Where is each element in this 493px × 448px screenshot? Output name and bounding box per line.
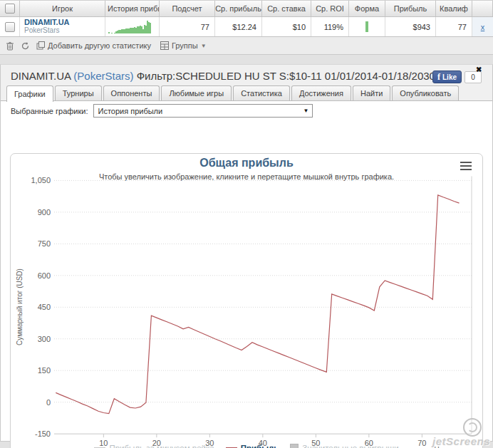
table-toolbar: Добавить другую статистику Группы ▼ bbox=[0, 37, 493, 55]
dropdown-arrow-icon: ▼ bbox=[303, 108, 309, 114]
form-cell bbox=[349, 17, 385, 36]
col-avg-roi[interactable]: Ср. ROI bbox=[311, 1, 349, 16]
svg-text:750: 750 bbox=[38, 239, 51, 248]
watermark: jetScreens bbox=[432, 435, 490, 447]
form-bar-icon bbox=[365, 21, 368, 32]
tab-publish[interactable]: Опубликовать bbox=[392, 85, 459, 100]
tab-tournaments[interactable]: Турниры bbox=[55, 85, 102, 100]
avg-profit-cell: $12.24 bbox=[215, 17, 262, 36]
trash-icon bbox=[6, 41, 14, 51]
row-checkbox[interactable] bbox=[5, 22, 15, 32]
legend-item-net-profit[interactable]: Прибыль за минусом рейка bbox=[94, 444, 214, 448]
tab-opponents[interactable]: Оппоненты bbox=[103, 85, 160, 100]
selected-charts-row: Выбранные графики: История прибыли ▼ bbox=[11, 104, 313, 118]
svg-text:450: 450 bbox=[38, 303, 51, 311]
count-cell: 77 bbox=[160, 17, 215, 36]
col-form[interactable]: Форма bbox=[349, 1, 385, 16]
qualified-cell: 77 bbox=[436, 17, 472, 36]
chart-plot[interactable]: -15001503004506007509001,050102030405060… bbox=[11, 154, 482, 448]
chart-select-dropdown[interactable]: История прибыли ▼ bbox=[93, 104, 313, 118]
groups-icon bbox=[160, 41, 169, 50]
chart-container: Общая прибыль Чтобы увеличить изображени… bbox=[10, 153, 483, 448]
svg-text:0: 0 bbox=[46, 398, 51, 407]
chevron-down-icon: ▼ bbox=[201, 43, 207, 49]
profit-history-cell[interactable] bbox=[105, 17, 160, 36]
tab-statistics[interactable]: Статистика bbox=[233, 85, 290, 100]
svg-text:300: 300 bbox=[38, 335, 51, 343]
select-all-cell bbox=[0, 1, 20, 16]
facebook-like-button[interactable]: f Like bbox=[432, 71, 462, 83]
svg-text:1,050: 1,050 bbox=[31, 176, 51, 184]
refresh-icon bbox=[21, 41, 30, 51]
remove-stat-link[interactable]: x bbox=[481, 23, 485, 31]
col-count[interactable]: Подсчет bbox=[160, 1, 215, 16]
col-history[interactable]: История прибыли bbox=[105, 1, 160, 16]
add-statistic-button[interactable]: Добавить другую статистику bbox=[36, 41, 151, 50]
avg-stake-cell: $10 bbox=[262, 17, 311, 36]
profit-line bbox=[56, 195, 459, 414]
tab-charts[interactable]: Графики bbox=[6, 85, 53, 102]
svg-text:Суммарный итог (USD): Суммарный итог (USD) bbox=[16, 269, 24, 345]
col-qualified[interactable]: Квалиф bbox=[436, 1, 472, 16]
player-panel: DINAMIT.UA (PokerStars) Фильтр:SCHEDULED… bbox=[0, 64, 493, 442]
svg-text:-150: -150 bbox=[35, 429, 51, 438]
refresh-button[interactable] bbox=[21, 41, 30, 51]
tab-favorite-games[interactable]: Любимые игры bbox=[161, 85, 232, 100]
tab-bar: Графики Турниры Оппоненты Любимые игры С… bbox=[6, 85, 459, 102]
legend-item-big-wins[interactable]: Значительные выигрыши bbox=[290, 444, 398, 448]
panel-title-site[interactable]: (PokerStars) bbox=[73, 70, 133, 82]
row-select-cell bbox=[0, 17, 20, 36]
close-icon[interactable]: ✖ bbox=[476, 66, 482, 73]
player-site: PokerStars bbox=[24, 27, 59, 35]
copy-icon bbox=[36, 41, 45, 50]
table-row: DINAMIT.UA PokerStars 77 $12.24 $10 119%… bbox=[0, 17, 493, 37]
col-player[interactable]: Игрок bbox=[20, 1, 105, 16]
swirl-logo-icon bbox=[463, 418, 482, 437]
facebook-icon: f bbox=[437, 72, 440, 83]
tab-achievements[interactable]: Достижения bbox=[291, 85, 351, 100]
remove-cell: x bbox=[472, 17, 493, 36]
sharkscope-page: Игрок История прибыли Подсчет Ср. прибыл… bbox=[0, 0, 493, 448]
panel-title-filter: Фильтр:SCHEDULED HU ST S:$10-11 01/01/20… bbox=[137, 70, 435, 82]
table-header-row: Игрок История прибыли Подсчет Ср. прибыл… bbox=[0, 0, 493, 17]
legend-item-profit[interactable]: Прибыль bbox=[226, 444, 279, 448]
svg-text:150: 150 bbox=[38, 366, 51, 375]
panel-title-player: DINAMIT.UA bbox=[11, 70, 71, 82]
avg-roi-cell: 119% bbox=[311, 17, 349, 36]
legend-square-icon bbox=[290, 444, 299, 448]
facebook-like-widget: f Like 0 bbox=[432, 71, 482, 83]
panel-content: Выбранные графики: История прибыли ▼ Общ… bbox=[1, 100, 492, 441]
svg-text:600: 600 bbox=[38, 271, 51, 280]
groups-button[interactable]: Группы ▼ bbox=[160, 41, 207, 50]
selected-charts-label: Выбранные графики: bbox=[11, 107, 88, 115]
player-cell[interactable]: DINAMIT.UA PokerStars bbox=[20, 17, 105, 36]
select-all-checkbox[interactable] bbox=[5, 4, 15, 14]
profit-cell: $943 bbox=[385, 17, 436, 36]
stats-table: Игрок История прибыли Подсчет Ср. прибыл… bbox=[0, 0, 493, 55]
col-remove bbox=[472, 1, 493, 16]
col-avg-stake[interactable]: Ср. ставка bbox=[262, 1, 311, 16]
chart-legend: Прибыль за минусом рейка Прибыль Значите… bbox=[11, 444, 482, 448]
panel-title: DINAMIT.UA (PokerStars) Фильтр:SCHEDULED… bbox=[11, 70, 435, 82]
profit-sparkline bbox=[105, 19, 153, 36]
delete-button[interactable] bbox=[6, 41, 14, 51]
svg-text:900: 900 bbox=[38, 208, 51, 217]
col-profit[interactable]: Прибыль bbox=[385, 1, 436, 16]
col-avg-profit[interactable]: Ср. прибыль bbox=[215, 1, 262, 16]
tab-find[interactable]: Найти bbox=[353, 85, 390, 100]
